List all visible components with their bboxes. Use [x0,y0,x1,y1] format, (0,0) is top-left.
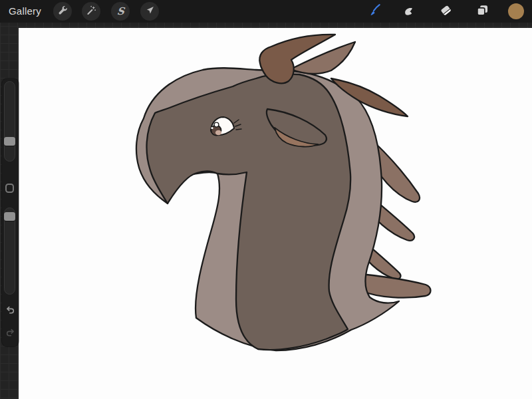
app-window: Gallery S [0,0,532,399]
gallery-button[interactable]: Gallery [9,0,41,23]
wrench-icon [57,5,68,19]
selection-s-icon: S [116,7,124,17]
redo-button[interactable] [5,327,16,338]
paint-button[interactable] [366,3,383,20]
paintbrush-icon [367,3,382,20]
top-toolbar: Gallery S [0,0,532,23]
brush-size-slider[interactable] [4,81,15,162]
smudge-finger-icon [402,3,416,20]
adjustments-button[interactable] [82,2,100,21]
horse-artwork [0,0,532,399]
transform-arrow-icon [144,5,156,19]
eraser-icon [439,3,453,20]
erase-button[interactable] [437,3,454,20]
transform-button[interactable] [140,2,159,21]
undo-button[interactable] [5,305,16,316]
layers-button[interactable] [473,3,491,20]
magic-wand-icon [86,5,97,19]
color-swatch[interactable] [508,3,524,19]
brush-sidebar [2,78,19,346]
actions-button[interactable] [53,2,72,21]
redo-arrow-icon [5,329,16,340]
opacity-slider[interactable] [4,207,15,295]
layers-icon [475,3,489,20]
opacity-handle[interactable] [4,212,15,221]
brush-size-handle[interactable] [4,137,15,146]
face-neck [147,74,351,350]
smudge-button[interactable] [400,3,417,20]
undo-arrow-icon [5,307,16,318]
selection-button[interactable]: S [111,2,130,21]
modify-button[interactable] [5,184,14,193]
